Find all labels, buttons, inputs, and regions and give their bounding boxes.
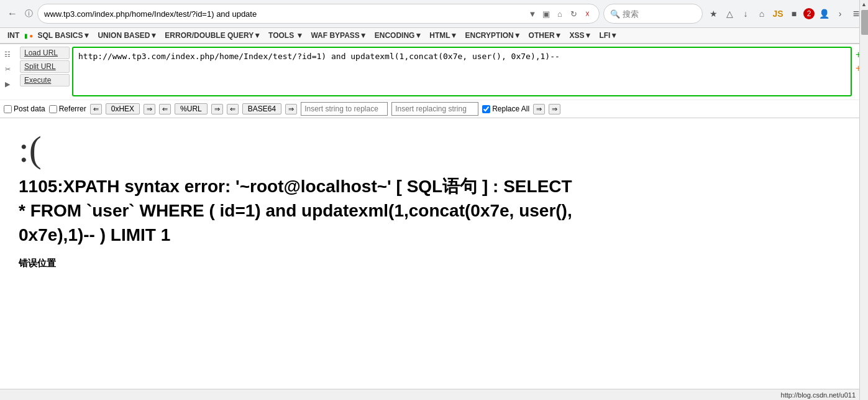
error-double-query-menu[interactable]: ERROR/DOUBLE QUERY▼	[162, 29, 264, 42]
orange-indicator: ●	[29, 32, 33, 39]
html-menu[interactable]: HTML▼	[426, 29, 460, 42]
side-buttons: Load URL Split URL Execute	[20, 47, 70, 98]
hex-left-arrow[interactable]: ⇐	[90, 104, 102, 114]
ext-toolbar: INT ▮ ● SQL BASICS▼ UNION BASED▼ ERROR/D…	[0, 28, 868, 44]
url-encode-button[interactable]: %URL	[175, 103, 208, 114]
home-icon[interactable]: ⌂	[554, 8, 565, 19]
browser-chrome: ← ⓘ ▼ ▣ ⌂ ↻ ☓ 🔍 ★ △ ↓ ⌂ JS ■ 2	[0, 0, 868, 28]
badge-icon[interactable]: 2	[803, 8, 815, 19]
other-menu[interactable]: OTHER▼	[526, 29, 565, 42]
replace-all-label: Replace All	[492, 105, 529, 113]
base64-right-arrow[interactable]: ⇒	[285, 104, 297, 114]
url-right-arrow[interactable]: ⇒	[211, 104, 223, 114]
split-url-button[interactable]: Split URL	[20, 60, 70, 73]
load-url-button[interactable]: Load URL	[20, 47, 70, 59]
referrer-checkbox[interactable]	[49, 105, 57, 113]
refresh-icon[interactable]: ↻	[568, 8, 579, 19]
main-content: :( 1105:XPATH syntax error: '~root@local…	[0, 118, 868, 367]
url-textarea-wrap: http://www.tp3.com/index.php/home/Index/…	[72, 47, 852, 98]
url-left-arrow[interactable]: ⇐	[159, 104, 171, 114]
search-box: 🔍	[603, 4, 703, 24]
toolbar-icons: ★ △ ↓ ⌂ JS ■ 2 👤 › ≡	[706, 7, 863, 21]
sync-icon[interactable]: △	[723, 7, 736, 21]
green-indicator: ▮	[24, 32, 28, 39]
dropdown-arrow-icon[interactable]: ▼	[527, 8, 538, 19]
bookmarks-icon[interactable]: ★	[706, 7, 720, 21]
scissors-icon: ✂	[2, 64, 12, 74]
play-icon: ▶	[2, 79, 12, 89]
chevron-icon[interactable]: ›	[833, 7, 847, 21]
stop-icon[interactable]: ☓	[582, 8, 593, 19]
scroll-thumb[interactable]	[861, 10, 868, 35]
error-location-label: 错误位置	[19, 258, 849, 269]
xss-menu[interactable]: XSS▼	[566, 29, 595, 42]
base64-left-arrow[interactable]: ⇐	[227, 104, 239, 114]
scroll-up-arrow[interactable]: ▲	[860, 0, 868, 9]
info-icon: ⓘ	[24, 9, 34, 19]
hakbar-panel: ☷ ✂ ▶ Load URL Split URL Execute http://…	[0, 44, 868, 118]
search-input[interactable]	[623, 9, 696, 19]
post-data-label: Post data	[14, 105, 45, 113]
base64-encode-button[interactable]: BASE64	[242, 103, 281, 114]
encoding-menu[interactable]: ENCODING▼	[372, 29, 426, 42]
page-icon: ☷	[2, 49, 12, 59]
home-nav-icon[interactable]: ⌂	[755, 7, 769, 21]
hex-right-arrow[interactable]: ⇒	[144, 104, 155, 114]
replace-all-checkbox[interactable]	[482, 105, 490, 113]
waf-bypass-menu[interactable]: WAF BYPASS▼	[308, 29, 370, 42]
avatar-icon[interactable]: 👤	[817, 7, 831, 21]
search-icon: 🔍	[610, 9, 620, 19]
lfi-menu[interactable]: LFI▼	[596, 29, 621, 42]
execute-button[interactable]: Execute	[20, 74, 70, 86]
int-label: INT	[4, 29, 23, 42]
js-icon[interactable]: JS	[771, 7, 785, 21]
tools-menu[interactable]: TOOLS ▼	[265, 29, 306, 42]
download-icon[interactable]: ↓	[739, 7, 752, 21]
hakbar-top: ☷ ✂ ▶ Load URL Split URL Execute http://…	[0, 44, 868, 100]
replace-string-input[interactable]	[301, 102, 388, 116]
post-data-checkbox[interactable]	[4, 105, 12, 113]
hex-encode-button[interactable]: 0xHEX	[106, 103, 140, 114]
error-message: 1105:XPATH syntax error: '~root@localhos…	[19, 174, 578, 248]
browser-toolbar: ← ⓘ ▼ ▣ ⌂ ↻ ☓ 🔍 ★ △ ↓ ⌂ JS ■ 2	[0, 0, 868, 27]
replace-left-arrow[interactable]: ⇒	[533, 104, 545, 114]
address-bar: ▼ ▣ ⌂ ↻ ☓	[37, 4, 600, 24]
replacing-string-input[interactable]	[391, 102, 478, 116]
referrer-label: Referrer	[59, 105, 86, 113]
sad-face: :(	[19, 131, 849, 168]
shield-icon[interactable]: ■	[787, 7, 801, 21]
hakbar-bottom: Post data Referrer ⇐ 0xHEX ⇒ ⇐ %URL ⇒ ⇐ …	[0, 100, 868, 118]
replace-right-arrow[interactable]: ⇒	[549, 104, 560, 114]
sql-basics-menu[interactable]: SQL BASICS▼	[34, 29, 93, 42]
replace-all-checkbox-label[interactable]: Replace All	[482, 105, 529, 113]
url-input[interactable]	[44, 9, 524, 19]
encryption-menu[interactable]: ENCRYPTION▼	[462, 29, 524, 42]
url-textarea[interactable]: http://www.tp3.com/index.php/home/Index/…	[72, 47, 852, 96]
union-based-menu[interactable]: UNION BASED▼	[94, 29, 160, 42]
back-button[interactable]: ←	[5, 6, 20, 21]
page-scrollbar: ▲	[859, 0, 868, 367]
side-icons: ☷ ✂ ▶	[2, 47, 17, 98]
address-bar-icons: ▼ ▣ ⌂ ↻ ☓	[527, 8, 593, 19]
post-data-checkbox-label[interactable]: Post data	[4, 105, 45, 113]
display-icon[interactable]: ▣	[541, 8, 552, 19]
referrer-checkbox-label[interactable]: Referrer	[49, 105, 86, 113]
